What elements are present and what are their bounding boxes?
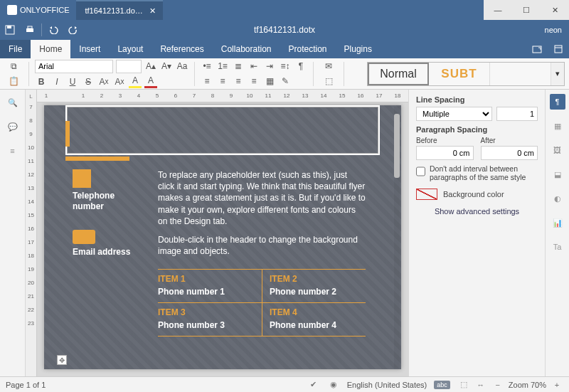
item-text: Phone number 3 (158, 320, 262, 330)
table-settings-icon[interactable]: ▦ (550, 118, 565, 134)
highlight-button[interactable]: A (129, 75, 142, 88)
indent-right-button[interactable]: ⇥ (263, 60, 276, 73)
align-justify-button[interactable]: ≡ (248, 75, 260, 88)
tab-protection[interactable]: Protection (280, 40, 336, 58)
zoom-in-icon[interactable]: + (551, 379, 563, 391)
tab-file[interactable]: File (0, 40, 31, 58)
spacing-after-input[interactable] (481, 146, 538, 160)
ruler-corner: L (26, 90, 37, 102)
open-location-icon[interactable] (526, 40, 548, 58)
paragraph-marks-button[interactable]: ¶ (294, 60, 307, 73)
mail-label-1: Email (73, 247, 95, 257)
font-name-input[interactable] (35, 60, 113, 73)
view-settings-icon[interactable] (548, 40, 569, 58)
save-button[interactable] (0, 20, 20, 40)
table-move-handle[interactable]: ✥ (57, 355, 67, 365)
maximize-button[interactable]: ☐ (512, 0, 541, 20)
insert-field-button[interactable]: ⬚ (322, 75, 335, 88)
headings-icon[interactable]: ≡ (6, 144, 20, 158)
page-indicator[interactable]: Page 1 of 1 (6, 381, 46, 389)
user-name[interactable]: neon (545, 26, 569, 34)
mailmerge-button[interactable]: ✉ (322, 60, 335, 73)
redo-button[interactable] (63, 20, 83, 40)
line-spacing-mode[interactable]: Multiple (416, 107, 492, 121)
font-color-button[interactable]: A (144, 75, 157, 88)
vertical-scrollbar[interactable] (394, 107, 400, 368)
underline-button[interactable]: U (66, 75, 79, 88)
tab-references[interactable]: References (151, 40, 212, 58)
tab-layout[interactable]: Layout (109, 40, 151, 58)
horizontal-ruler[interactable]: L 1123456789101112131415161718 (26, 90, 408, 102)
close-icon[interactable]: ✕ (149, 6, 157, 15)
close-button[interactable]: ✕ (541, 0, 569, 20)
bullets-button[interactable]: •≡ (201, 60, 213, 73)
shading-button[interactable]: ▦ (263, 75, 276, 88)
email-block[interactable]: Email address (73, 230, 172, 257)
search-icon[interactable]: 🔍 (6, 95, 20, 110)
align-right-button[interactable]: ≡ (232, 75, 245, 88)
indent-left-button[interactable]: ⇤ (248, 60, 260, 73)
fit-page-icon[interactable]: ⬚ (457, 379, 470, 391)
style-gallery: Normal SUBT ▾ (367, 62, 565, 86)
clear-style-button[interactable]: ✎ (279, 75, 292, 88)
style-subtitle[interactable]: SUBT (429, 63, 490, 85)
align-left-button[interactable]: ≡ (201, 75, 213, 88)
vertical-ruler[interactable]: 7891011121314151617181920212223 (26, 102, 37, 376)
tab-collaboration[interactable]: Collaboration (213, 40, 280, 58)
bg-color-swatch[interactable] (416, 189, 437, 200)
style-blank[interactable] (490, 63, 551, 85)
spellcheck-icon[interactable]: ✔ (307, 379, 320, 391)
style-normal[interactable]: Normal (368, 63, 429, 85)
style-expand-icon[interactable]: ▾ (551, 63, 564, 85)
change-case-icon[interactable]: Aa (176, 60, 188, 73)
document-tab[interactable]: tf16412131.do… ✕ (76, 0, 162, 20)
paste-button[interactable]: 📋 (7, 75, 20, 88)
language-indicator[interactable]: English (United States) (347, 381, 427, 389)
zoom-out-icon[interactable]: − (491, 379, 504, 391)
yellow-accent-shape (65, 142, 129, 161)
image-settings-icon[interactable]: 🖼 (550, 142, 565, 158)
tab-home[interactable]: Home (31, 40, 70, 58)
lang-pill-icon[interactable]: abc (434, 381, 450, 389)
header-settings-icon[interactable]: ⬓ (550, 166, 565, 182)
item-head: ITEM 3 (158, 307, 262, 317)
tracking-icon[interactable]: ◉ (327, 379, 340, 391)
print-button[interactable] (20, 20, 40, 40)
line-spacing-value[interactable] (496, 107, 538, 121)
items-table[interactable]: ITEM 1Phone number 1 ITEM 2Phone number … (158, 269, 366, 337)
svg-rect-1 (7, 26, 11, 28)
no-interval-checkbox[interactable] (416, 164, 425, 179)
comments-icon[interactable]: 💬 (6, 120, 20, 134)
paragraph-settings-icon[interactable]: ¶ (550, 94, 565, 110)
item-text: Phone number 2 (270, 287, 366, 297)
minimize-button[interactable]: ― (484, 0, 512, 20)
bold-button[interactable]: B (35, 75, 48, 88)
copy-button[interactable]: ⧉ (7, 60, 20, 73)
tab-title: tf16412131.do… (85, 6, 142, 15)
strike-button[interactable]: S (82, 75, 95, 88)
multilevel-button[interactable]: ≣ (232, 60, 245, 73)
bg-color-label: Background color (443, 190, 504, 198)
italic-button[interactable]: I (50, 75, 63, 88)
chart-settings-icon[interactable]: 📊 (550, 215, 565, 231)
tab-plugins[interactable]: Plugins (336, 40, 381, 58)
textart-settings-icon[interactable]: Ta (550, 239, 565, 255)
spacing-before-input[interactable] (416, 146, 474, 160)
font-size-input[interactable] (116, 60, 142, 73)
decrease-font-icon[interactable]: A▾ (160, 60, 173, 73)
numbering-button[interactable]: 1≡ (216, 60, 229, 73)
body-text[interactable]: To replace any placeholder text (such as… (158, 169, 366, 264)
superscript-button[interactable]: Ax (97, 75, 110, 88)
subscript-button[interactable]: Ax (113, 75, 126, 88)
fit-width-icon[interactable]: ↔ (474, 379, 487, 391)
align-center-button[interactable]: ≡ (216, 75, 229, 88)
advanced-settings-link[interactable]: Show advanced settings (416, 207, 538, 216)
undo-button[interactable] (43, 20, 63, 40)
telephone-block[interactable]: Telephone number (73, 169, 172, 212)
increase-font-icon[interactable]: A▴ (144, 60, 157, 73)
document-page[interactable]: Telephone number Email address To replac… (44, 105, 401, 369)
shape-settings-icon[interactable]: ◐ (550, 191, 565, 206)
para-2: Double-click in the header to change the… (158, 234, 366, 257)
tab-insert[interactable]: Insert (70, 40, 109, 58)
line-spacing-button[interactable]: ≡↕ (279, 60, 292, 73)
